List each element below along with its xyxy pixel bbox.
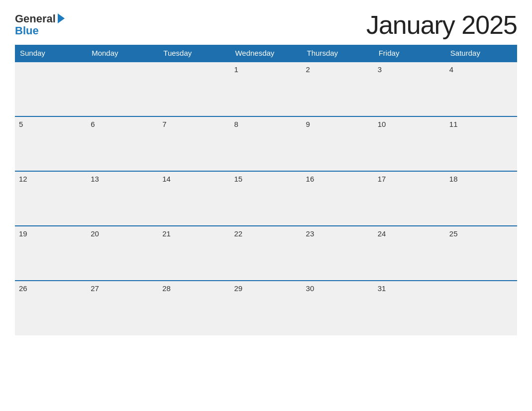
day-number: 31 <box>378 284 386 293</box>
weekday-header-row: Sunday Monday Tuesday Wednesday Thursday… <box>15 45 517 62</box>
logo: General Blue <box>15 13 65 37</box>
calendar-day-cell: 13 <box>87 171 158 226</box>
day-number: 16 <box>306 175 315 183</box>
logo-blue-text: Blue <box>15 25 39 37</box>
logo-general-text: General <box>15 13 56 25</box>
day-number: 19 <box>19 229 27 238</box>
calendar-day-cell: 4 <box>445 62 517 116</box>
day-number: 20 <box>91 229 99 238</box>
calendar-day-cell: 7 <box>158 116 230 171</box>
calendar-day-cell: 14 <box>158 171 230 226</box>
calendar-day-cell: 9 <box>302 116 374 171</box>
calendar-table: Sunday Monday Tuesday Wednesday Thursday… <box>15 45 517 335</box>
calendar-week-row: 567891011 <box>15 116 517 171</box>
calendar-day-cell <box>87 62 158 116</box>
calendar-day-cell: 24 <box>374 226 445 281</box>
calendar-day-cell: 28 <box>158 281 230 335</box>
day-number: 7 <box>162 120 166 128</box>
day-number: 13 <box>91 175 99 183</box>
calendar-week-row: 262728293031 <box>15 281 517 335</box>
calendar-day-cell: 2 <box>302 62 374 116</box>
day-number: 12 <box>19 175 27 183</box>
month-title: January 2025 <box>366 10 517 40</box>
calendar-day-cell: 21 <box>158 226 230 281</box>
day-number: 4 <box>449 65 453 74</box>
day-number: 21 <box>162 229 171 238</box>
calendar-week-row: 1234 <box>15 62 517 116</box>
calendar-day-cell: 6 <box>87 116 158 171</box>
calendar-day-cell: 3 <box>374 62 445 116</box>
calendar-day-cell: 8 <box>230 116 302 171</box>
calendar-day-cell: 12 <box>15 171 87 226</box>
calendar-day-cell: 29 <box>230 281 302 335</box>
header-monday: Monday <box>87 45 158 62</box>
header-thursday: Thursday <box>302 45 374 62</box>
calendar-week-row: 19202122232425 <box>15 226 517 281</box>
day-number: 18 <box>449 175 458 183</box>
calendar-day-cell: 1 <box>230 62 302 116</box>
calendar-day-cell <box>15 62 87 116</box>
calendar-day-cell: 26 <box>15 281 87 335</box>
day-number: 22 <box>234 229 242 238</box>
calendar-day-cell: 19 <box>15 226 87 281</box>
calendar-day-cell: 23 <box>302 226 374 281</box>
calendar-day-cell: 17 <box>374 171 445 226</box>
calendar-day-cell: 11 <box>445 116 517 171</box>
calendar-day-cell <box>445 281 517 335</box>
day-number: 11 <box>449 120 458 128</box>
header-sunday: Sunday <box>15 45 87 62</box>
day-number: 15 <box>234 175 242 183</box>
day-number: 27 <box>91 284 99 293</box>
day-number: 30 <box>306 284 315 293</box>
day-number: 10 <box>378 120 386 128</box>
day-number: 3 <box>378 65 382 74</box>
page-header: General Blue January 2025 <box>15 10 517 40</box>
calendar-week-row: 12131415161718 <box>15 171 517 226</box>
calendar-day-cell: 31 <box>374 281 445 335</box>
calendar-day-cell: 27 <box>87 281 158 335</box>
calendar-day-cell: 22 <box>230 226 302 281</box>
calendar-day-cell: 16 <box>302 171 374 226</box>
header-friday: Friday <box>374 45 445 62</box>
day-number: 25 <box>449 229 458 238</box>
day-number: 9 <box>306 120 310 128</box>
logo-triangle-icon <box>58 13 65 23</box>
day-number: 1 <box>234 65 238 74</box>
day-number: 24 <box>378 229 386 238</box>
day-number: 17 <box>378 175 386 183</box>
calendar-day-cell: 30 <box>302 281 374 335</box>
calendar-day-cell: 15 <box>230 171 302 226</box>
day-number: 14 <box>162 175 171 183</box>
day-number: 8 <box>234 120 238 128</box>
calendar-day-cell: 18 <box>445 171 517 226</box>
calendar-day-cell: 25 <box>445 226 517 281</box>
header-tuesday: Tuesday <box>158 45 230 62</box>
calendar-day-cell <box>158 62 230 116</box>
header-wednesday: Wednesday <box>230 45 302 62</box>
calendar-day-cell: 10 <box>374 116 445 171</box>
day-number: 6 <box>91 120 95 128</box>
day-number: 29 <box>234 284 242 293</box>
day-number: 5 <box>19 120 23 128</box>
day-number: 26 <box>19 284 27 293</box>
header-saturday: Saturday <box>445 45 517 62</box>
calendar-day-cell: 5 <box>15 116 87 171</box>
day-number: 23 <box>306 229 315 238</box>
calendar-day-cell: 20 <box>87 226 158 281</box>
day-number: 2 <box>306 65 310 74</box>
day-number: 28 <box>162 284 171 293</box>
